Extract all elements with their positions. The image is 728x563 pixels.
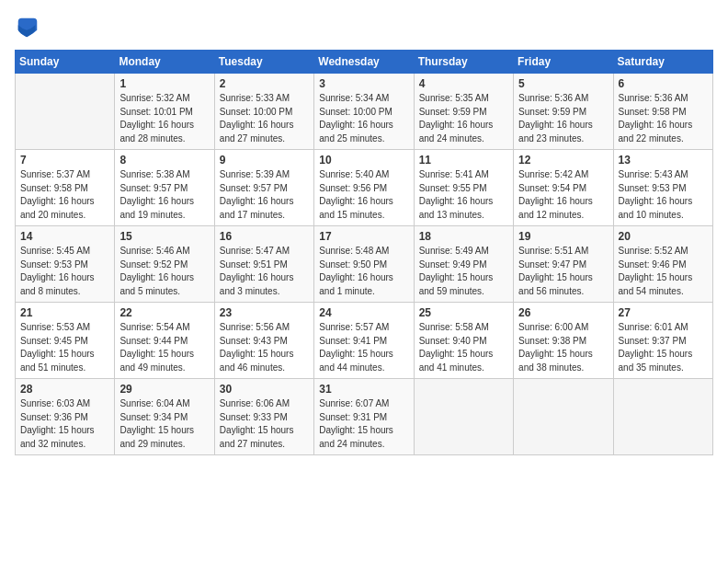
calendar-week-row: 1Sunrise: 5:32 AM Sunset: 10:01 PM Dayli… (16, 74, 713, 150)
day-header: Sunday (16, 51, 115, 74)
day-info: Sunrise: 5:57 AM Sunset: 9:41 PM Dayligh… (319, 321, 408, 374)
day-info: Sunrise: 5:46 AM Sunset: 9:52 PM Dayligh… (119, 245, 209, 298)
calendar-cell: 16Sunrise: 5:47 AM Sunset: 9:51 PM Dayli… (214, 226, 313, 303)
calendar-cell: 22Sunrise: 5:54 AM Sunset: 9:44 PM Dayli… (115, 303, 214, 379)
day-number: 7 (20, 154, 109, 167)
calendar-cell: 6Sunrise: 5:36 AM Sunset: 9:58 PM Daylig… (613, 74, 712, 150)
calendar-cell: 9Sunrise: 5:39 AM Sunset: 9:57 PM Daylig… (214, 150, 313, 226)
day-number: 29 (119, 383, 209, 396)
day-info: Sunrise: 5:35 AM Sunset: 9:59 PM Dayligh… (419, 92, 508, 145)
calendar-week-row: 21Sunrise: 5:53 AM Sunset: 9:45 PM Dayli… (16, 303, 713, 379)
day-number: 10 (319, 154, 408, 167)
day-info: Sunrise: 5:38 AM Sunset: 9:57 PM Dayligh… (119, 168, 209, 222)
calendar-table: SundayMondayTuesdayWednesdayThursdayFrid… (15, 50, 713, 455)
day-header: Friday (514, 51, 613, 74)
day-info: Sunrise: 5:39 AM Sunset: 9:57 PM Dayligh… (220, 168, 309, 222)
calendar-cell (514, 379, 613, 455)
day-info: Sunrise: 5:54 AM Sunset: 9:44 PM Dayligh… (119, 321, 209, 374)
day-info: Sunrise: 5:40 AM Sunset: 9:56 PM Dayligh… (319, 168, 408, 222)
calendar-week-row: 28Sunrise: 6:03 AM Sunset: 9:36 PM Dayli… (16, 379, 713, 455)
day-info: Sunrise: 5:43 AM Sunset: 9:53 PM Dayligh… (619, 168, 708, 222)
day-number: 8 (119, 154, 209, 167)
day-info: Sunrise: 5:36 AM Sunset: 9:58 PM Dayligh… (619, 92, 708, 145)
calendar-cell: 30Sunrise: 6:06 AM Sunset: 9:33 PM Dayli… (214, 379, 313, 455)
calendar-cell: 8Sunrise: 5:38 AM Sunset: 9:57 PM Daylig… (115, 150, 214, 226)
calendar-cell: 3Sunrise: 5:34 AM Sunset: 10:00 PM Dayli… (314, 74, 414, 150)
day-number: 23 (220, 306, 309, 319)
day-header: Saturday (613, 51, 712, 74)
day-number: 31 (319, 383, 408, 396)
calendar-cell: 13Sunrise: 5:43 AM Sunset: 9:53 PM Dayli… (613, 150, 712, 226)
header (15, 15, 713, 40)
calendar-week-row: 14Sunrise: 5:45 AM Sunset: 9:53 PM Dayli… (16, 226, 713, 303)
header-row: SundayMondayTuesdayWednesdayThursdayFrid… (16, 51, 713, 74)
calendar-cell: 31Sunrise: 6:07 AM Sunset: 9:31 PM Dayli… (314, 379, 414, 455)
day-info: Sunrise: 5:37 AM Sunset: 9:58 PM Dayligh… (20, 168, 109, 222)
day-number: 6 (619, 77, 708, 90)
calendar-cell: 21Sunrise: 5:53 AM Sunset: 9:45 PM Dayli… (16, 303, 115, 379)
day-number: 24 (319, 306, 408, 319)
calendar-cell: 18Sunrise: 5:49 AM Sunset: 9:49 PM Dayli… (414, 226, 513, 303)
day-number: 13 (619, 154, 708, 167)
day-number: 19 (518, 230, 608, 243)
day-info: Sunrise: 5:41 AM Sunset: 9:55 PM Dayligh… (419, 168, 508, 222)
day-number: 2 (220, 77, 309, 90)
calendar-cell (613, 379, 712, 455)
calendar-cell: 28Sunrise: 6:03 AM Sunset: 9:36 PM Dayli… (16, 379, 115, 455)
day-number: 11 (419, 154, 508, 167)
day-info: Sunrise: 5:53 AM Sunset: 9:45 PM Dayligh… (20, 321, 109, 374)
day-number: 5 (518, 77, 608, 90)
calendar-cell: 1Sunrise: 5:32 AM Sunset: 10:01 PM Dayli… (115, 74, 214, 150)
calendar-cell: 26Sunrise: 6:00 AM Sunset: 9:38 PM Dayli… (514, 303, 613, 379)
day-info: Sunrise: 5:58 AM Sunset: 9:40 PM Dayligh… (419, 321, 508, 374)
calendar-cell: 12Sunrise: 5:42 AM Sunset: 9:54 PM Dayli… (514, 150, 613, 226)
calendar-cell: 20Sunrise: 5:52 AM Sunset: 9:46 PM Dayli… (613, 226, 712, 303)
day-number: 25 (419, 306, 508, 319)
day-number: 12 (518, 154, 608, 167)
calendar-cell (16, 74, 115, 150)
day-info: Sunrise: 6:00 AM Sunset: 9:38 PM Dayligh… (518, 321, 608, 374)
calendar-cell: 11Sunrise: 5:41 AM Sunset: 9:55 PM Dayli… (414, 150, 513, 226)
day-number: 30 (220, 383, 309, 396)
logo-icon (15, 15, 40, 40)
day-number: 1 (119, 77, 209, 90)
day-info: Sunrise: 5:56 AM Sunset: 9:43 PM Dayligh… (220, 321, 309, 374)
day-info: Sunrise: 5:47 AM Sunset: 9:51 PM Dayligh… (220, 245, 309, 298)
day-info: Sunrise: 5:49 AM Sunset: 9:49 PM Dayligh… (419, 245, 508, 298)
day-number: 27 (619, 306, 708, 319)
day-info: Sunrise: 5:51 AM Sunset: 9:47 PM Dayligh… (518, 245, 608, 298)
calendar-cell: 7Sunrise: 5:37 AM Sunset: 9:58 PM Daylig… (16, 150, 115, 226)
logo (15, 15, 44, 40)
day-header: Tuesday (214, 51, 313, 74)
day-number: 28 (20, 383, 109, 396)
day-info: Sunrise: 5:42 AM Sunset: 9:54 PM Dayligh… (518, 168, 608, 222)
calendar-cell: 14Sunrise: 5:45 AM Sunset: 9:53 PM Dayli… (16, 226, 115, 303)
calendar-cell: 4Sunrise: 5:35 AM Sunset: 9:59 PM Daylig… (414, 74, 513, 150)
day-number: 18 (419, 230, 508, 243)
day-info: Sunrise: 6:01 AM Sunset: 9:37 PM Dayligh… (619, 321, 708, 374)
day-header: Thursday (414, 51, 513, 74)
day-number: 3 (319, 77, 408, 90)
day-info: Sunrise: 5:45 AM Sunset: 9:53 PM Dayligh… (20, 245, 109, 298)
calendar-cell: 2Sunrise: 5:33 AM Sunset: 10:00 PM Dayli… (214, 74, 313, 150)
day-info: Sunrise: 5:52 AM Sunset: 9:46 PM Dayligh… (619, 245, 708, 298)
day-number: 21 (20, 306, 109, 319)
day-info: Sunrise: 6:07 AM Sunset: 9:31 PM Dayligh… (319, 397, 408, 451)
day-number: 16 (220, 230, 309, 243)
day-info: Sunrise: 6:04 AM Sunset: 9:34 PM Dayligh… (119, 397, 209, 451)
day-info: Sunrise: 5:36 AM Sunset: 9:59 PM Dayligh… (518, 92, 608, 145)
calendar-cell: 10Sunrise: 5:40 AM Sunset: 9:56 PM Dayli… (314, 150, 414, 226)
calendar-cell: 19Sunrise: 5:51 AM Sunset: 9:47 PM Dayli… (514, 226, 613, 303)
calendar-cell (414, 379, 513, 455)
day-info: Sunrise: 5:33 AM Sunset: 10:00 PM Daylig… (220, 92, 309, 145)
calendar-cell: 25Sunrise: 5:58 AM Sunset: 9:40 PM Dayli… (414, 303, 513, 379)
calendar-cell: 5Sunrise: 5:36 AM Sunset: 9:59 PM Daylig… (514, 74, 613, 150)
day-info: Sunrise: 6:03 AM Sunset: 9:36 PM Dayligh… (20, 397, 109, 451)
day-number: 17 (319, 230, 408, 243)
day-header: Monday (115, 51, 214, 74)
calendar-cell: 23Sunrise: 5:56 AM Sunset: 9:43 PM Dayli… (214, 303, 313, 379)
calendar-cell: 27Sunrise: 6:01 AM Sunset: 9:37 PM Dayli… (613, 303, 712, 379)
day-info: Sunrise: 5:48 AM Sunset: 9:50 PM Dayligh… (319, 245, 408, 298)
day-number: 26 (518, 306, 608, 319)
day-number: 14 (20, 230, 109, 243)
